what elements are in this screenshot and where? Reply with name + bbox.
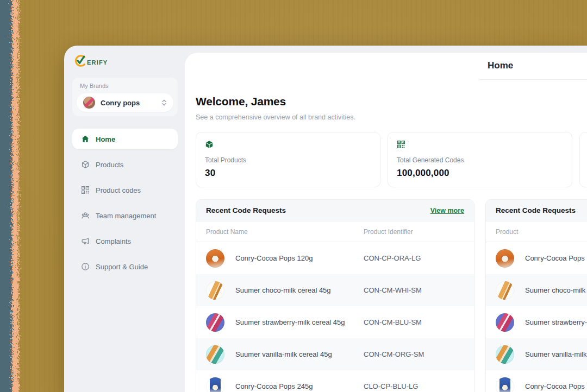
product-image <box>206 345 224 364</box>
column-product-name: Product Name <box>206 228 364 236</box>
stat-value: 100,000,000 <box>397 168 563 179</box>
sidebar-item-label: Complaints <box>96 237 131 245</box>
product-name: Conry-Cocoa Pops 245g <box>525 382 587 390</box>
table-title: Recent Code Requests <box>496 206 576 214</box>
app-window: ERIFY My Brands Conry pops Home <box>64 46 587 392</box>
page-title: Welcome, James <box>196 95 587 108</box>
brand-selector[interactable]: Conry pops <box>77 93 173 112</box>
page-subtitle: See a comprehensive overview of all bran… <box>196 113 587 121</box>
sidebar-item-label: Team management <box>96 212 156 220</box>
sidebar: ERIFY My Brands Conry pops Home <box>64 46 185 392</box>
sidebar-item-support-guide[interactable]: Support & Guide <box>72 256 178 277</box>
topbar-tab-home[interactable]: Home <box>488 60 513 71</box>
view-more-link[interactable]: View more <box>430 207 464 214</box>
product-identifier: CLO-CP-BLU-LG <box>364 382 418 390</box>
sidebar-item-label: Products <box>96 161 123 169</box>
stat-card-total-generated-codes: Total Generated Codes 100,000,000 <box>388 132 572 187</box>
sidebar-item-label: Product codes <box>96 186 141 194</box>
product-identifier: CON-CM-WHI-SM <box>364 286 422 294</box>
product-image <box>496 345 514 364</box>
table-column-headers: Product <box>486 222 587 242</box>
sidebar-item-label: Support & Guide <box>96 263 148 271</box>
sidebar-nav: Home Products <box>72 129 178 277</box>
sidebar-item-team-management[interactable]: Team management <box>72 205 178 226</box>
table-column-headers: Product Name Product Identifier <box>196 222 474 242</box>
product-identifier: CON-CM-BLU-SM <box>364 318 422 326</box>
logo: ERIFY <box>72 54 178 69</box>
home-icon <box>81 135 90 143</box>
tables-row: Recent Code Requests View more Product N… <box>196 199 587 392</box>
sidebar-item-products[interactable]: Products <box>72 154 178 175</box>
main-content: Welcome, James See a comprehensive overv… <box>185 80 587 392</box>
product-name: Suumer strawberry-milk cereal 45g <box>525 318 587 326</box>
sidebar-item-home[interactable]: Home <box>72 129 178 149</box>
stat-card-total-products: Total Products 30 <box>196 132 380 187</box>
stat-value: 30 <box>205 168 371 179</box>
topbar: Home <box>185 53 587 80</box>
table-row[interactable]: Suumer choco-milk cereal 45g CON-CM-WHI-… <box>196 274 474 306</box>
product-identifier: CON-CM-ORG-SM <box>364 350 424 358</box>
product-image <box>206 249 224 268</box>
product-image <box>496 249 514 268</box>
qr-code-icon <box>81 186 90 194</box>
product-image <box>496 377 514 392</box>
brand-avatar <box>83 97 95 109</box>
product-name: Conry-Cocoa Pops 120g <box>235 254 313 262</box>
product-image <box>206 377 224 392</box>
sidebar-item-label: Home <box>96 135 115 143</box>
table-title: Recent Code Requests <box>206 206 286 214</box>
product-image <box>496 313 514 332</box>
product-name: Suumer strawberry-milk cereal 45g <box>235 318 345 326</box>
table-row[interactable]: Conry-Cocoa Pops 120g <box>486 242 587 274</box>
package-icon <box>81 160 90 169</box>
table-row[interactable]: Conry-Cocoa Pops 245g <box>486 370 587 392</box>
textured-edge-decoration <box>0 0 25 392</box>
table-row[interactable]: Suumer choco-milk cereal 45g <box>486 274 587 306</box>
table-header: Recent Code Requests View more <box>196 200 474 222</box>
selected-brand-name: Conry pops <box>101 99 156 107</box>
info-icon <box>81 262 90 271</box>
product-name: Suumer choco-milk cereal 45g <box>235 286 331 294</box>
verify-logo-icon <box>72 53 89 71</box>
sidebar-item-product-codes[interactable]: Product codes <box>72 180 178 200</box>
table-row[interactable]: Conry-Cocoa Pops 120g CON-CP-ORA-LG <box>196 242 474 274</box>
product-image <box>496 281 514 300</box>
sidebar-item-complaints[interactable]: Complaints <box>72 231 178 251</box>
product-identifier: CON-CP-ORA-LG <box>364 254 421 262</box>
my-brands-label: My Brands <box>80 83 173 89</box>
stat-label: Total Products <box>205 156 371 164</box>
column-product: Product <box>496 228 587 236</box>
qr-code-icon <box>397 140 563 149</box>
topbar-divider <box>480 79 587 80</box>
product-name: Suumer vanilla-milk cereal 45g <box>525 350 587 358</box>
team-icon <box>81 211 90 220</box>
product-name: Suumer choco-milk cereal 45g <box>525 286 587 294</box>
table-header: Recent Code Requests <box>486 200 587 222</box>
recent-code-requests-table: Recent Code Requests View more Product N… <box>196 199 474 392</box>
stat-card-partial <box>579 132 587 187</box>
table-row[interactable]: Suumer strawberry-milk cereal 45g <box>486 306 587 338</box>
megaphone-icon <box>81 237 90 245</box>
table-row[interactable]: Conry-Cocoa Pops 245g CLO-CP-BLU-LG <box>196 370 474 392</box>
table-row[interactable]: Suumer vanilla-milk cereal 45g CON-CM-OR… <box>196 338 474 370</box>
product-name: Conry-Cocoa Pops 120g <box>525 254 587 262</box>
screenshot-root: { "app": { "logo_text": "ERIFY", "brand_… <box>0 0 587 392</box>
my-brands-card: My Brands Conry pops <box>72 78 178 116</box>
column-product-identifier: Product Identifier <box>364 228 413 236</box>
table-row[interactable]: Suumer vanilla-milk cereal 45g <box>486 338 587 370</box>
product-image <box>206 281 224 300</box>
logo-text: ERIFY <box>87 59 108 66</box>
stats-row: Total Products 30 <box>196 132 587 187</box>
product-name: Suumer vanilla-milk cereal 45g <box>235 350 332 358</box>
stat-label: Total Generated Codes <box>397 156 563 164</box>
recent-code-requests-table-secondary: Recent Code Requests Product Conry-Cocoa… <box>485 199 587 392</box>
product-image <box>206 313 224 332</box>
chevron-up-down-icon <box>161 99 167 106</box>
table-row[interactable]: Suumer strawberry-milk cereal 45g CON-CM… <box>196 306 474 338</box>
main-panel: Home Welcome, James See a comprehensive … <box>185 53 587 392</box>
package-icon <box>205 140 371 149</box>
product-name: Conry-Cocoa Pops 245g <box>235 382 313 390</box>
